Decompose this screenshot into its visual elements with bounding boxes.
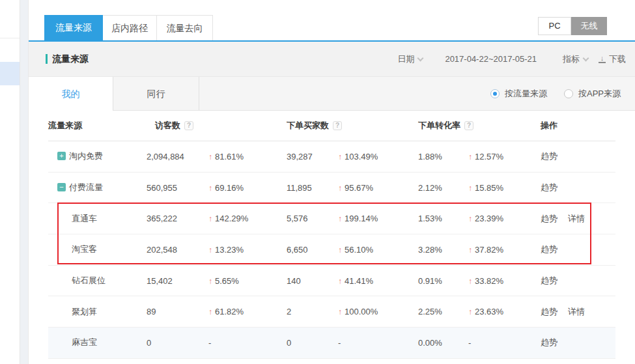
trend-link[interactable]: 趋势 bbox=[541, 151, 557, 161]
visitors-delta: 69.16% bbox=[215, 183, 244, 193]
tab-traffic-outflow[interactable]: 流量去向 bbox=[157, 15, 213, 40]
tab-peers[interactable]: 同行 bbox=[113, 77, 199, 111]
detail-link[interactable]: 详情 bbox=[568, 214, 585, 223]
trend-link[interactable]: 趋势 bbox=[541, 307, 557, 316]
radio-by-traffic-source[interactable]: 按流量来源 bbox=[490, 88, 547, 100]
tab-store-path[interactable]: 店内路径 bbox=[103, 15, 157, 40]
buyers-delta: 100.00% bbox=[345, 307, 378, 316]
up-arrow-icon: ↑ bbox=[338, 245, 342, 255]
table-row: 淘宝客 202,548 ↑13.23% 6,650 ↑56.10% 3.28% … bbox=[48, 234, 615, 266]
conversion-value: 0.91% bbox=[418, 276, 468, 286]
conversion-delta: - bbox=[468, 338, 471, 348]
trend-link[interactable]: 趋势 bbox=[541, 182, 557, 192]
date-range: 2017-04-22~2017-05-21 bbox=[445, 54, 537, 64]
up-arrow-icon: ↑ bbox=[208, 214, 212, 223]
left-sidebar bbox=[0, 0, 20, 364]
conversion-value: 2.25% bbox=[418, 307, 468, 316]
header-source: 流量来源 bbox=[48, 120, 147, 132]
buyers-value: 6,650 bbox=[287, 245, 338, 255]
up-arrow-icon: ↑ bbox=[468, 245, 472, 255]
visitors-value: 89 bbox=[147, 307, 208, 316]
table-row: 聚划算 89 ↑61.82% 2 ↑100.00% 2.25% ↑23.63% … bbox=[48, 296, 615, 328]
conversion-value: 1.53% bbox=[418, 214, 468, 223]
buyers-delta: 199.14% bbox=[345, 214, 378, 223]
help-icon[interactable]: ? bbox=[464, 121, 473, 130]
date-dropdown[interactable]: 日期 bbox=[397, 53, 423, 65]
header-actions: 操作 bbox=[541, 120, 615, 132]
up-arrow-icon: ↑ bbox=[338, 152, 342, 161]
conversion-delta: 37.82% bbox=[475, 245, 503, 255]
table-row: 钻石展位 15,402 ↑5.65% 140 ↑41.41% 0.91% ↑33… bbox=[48, 266, 615, 297]
traffic-table: 流量来源 访客数? 下单买家数? 下单转化率? 操作 +淘内免费 2,094,8… bbox=[48, 111, 615, 359]
pc-button[interactable]: PC bbox=[538, 17, 571, 35]
tab-traffic-source[interactable]: 流量来源 bbox=[44, 15, 103, 40]
help-icon[interactable]: ? bbox=[184, 121, 193, 130]
up-arrow-icon: ↑ bbox=[208, 152, 212, 161]
trend-link[interactable]: 趋势 bbox=[541, 244, 557, 254]
visitors-value: 560,955 bbox=[147, 183, 208, 193]
up-arrow-icon: ↑ bbox=[468, 214, 472, 223]
buyers-delta: 95.67% bbox=[345, 183, 373, 193]
trend-link[interactable]: 趋势 bbox=[541, 337, 557, 347]
source-name: 淘宝客 bbox=[48, 244, 147, 255]
header-conversion: 下单转化率? bbox=[418, 120, 541, 132]
download-button[interactable]: ↓ 下载 bbox=[599, 53, 626, 65]
table-row: −付费流量 560,955 ↑69.16% 11,895 ↑95.67% 2.1… bbox=[48, 173, 615, 204]
page-title: 流量来源 bbox=[52, 53, 89, 65]
radio-label: 按流量来源 bbox=[505, 88, 547, 100]
table-row: 直通车 365,222 ↑142.29% 5,576 ↑199.14% 1.53… bbox=[48, 203, 615, 234]
buyers-value: 11,895 bbox=[287, 183, 338, 193]
metrics-dropdown[interactable]: 指标 bbox=[563, 53, 588, 65]
collapse-icon[interactable]: − bbox=[57, 183, 66, 191]
detail-link[interactable]: 详情 bbox=[568, 307, 585, 316]
buyers-value: 140 bbox=[287, 276, 338, 286]
sidebar-gap-strip bbox=[20, 0, 29, 364]
conversion-value: 3.28% bbox=[418, 245, 468, 255]
radio-icon bbox=[490, 89, 500, 98]
source-name: 直通车 bbox=[48, 213, 147, 225]
trend-link[interactable]: 趋势 bbox=[541, 275, 557, 285]
source-name: 麻吉宝 bbox=[48, 337, 147, 348]
source-name: 淘内免费 bbox=[69, 151, 103, 161]
visitors-value: 202,548 bbox=[147, 245, 208, 255]
conversion-delta: 23.39% bbox=[475, 214, 503, 223]
radio-by-app-source[interactable]: 按APP来源 bbox=[564, 88, 621, 100]
wireless-button[interactable]: 无线 bbox=[571, 17, 607, 35]
visitors-value: 0 bbox=[147, 338, 208, 348]
up-arrow-icon: ↑ bbox=[338, 214, 342, 223]
help-icon[interactable]: ? bbox=[333, 121, 342, 130]
up-arrow-icon: ↑ bbox=[338, 307, 342, 316]
expand-icon[interactable]: + bbox=[57, 152, 66, 160]
up-arrow-icon: ↑ bbox=[468, 184, 472, 193]
device-toggle: PC 无线 bbox=[538, 17, 607, 35]
buyers-delta: - bbox=[338, 338, 341, 348]
download-label: 下载 bbox=[609, 53, 626, 65]
conversion-delta: 23.63% bbox=[475, 307, 503, 316]
buyers-value: 0 bbox=[287, 338, 338, 348]
tab-mine[interactable]: 我的 bbox=[29, 77, 113, 111]
visitors-value: 2,094,884 bbox=[147, 152, 208, 161]
header-visitors: 访客数? bbox=[147, 120, 208, 132]
up-arrow-icon: ↑ bbox=[468, 152, 472, 161]
source-name: 付费流量 bbox=[69, 182, 103, 192]
title-marker bbox=[46, 54, 48, 64]
conversion-value: 2.12% bbox=[418, 183, 468, 193]
table-row: 麻吉宝 0 - 0 - 0.00% - 趋势 bbox=[48, 328, 615, 359]
buyers-delta: 103.49% bbox=[345, 152, 378, 161]
buyers-delta: 41.41% bbox=[345, 276, 373, 286]
up-arrow-icon: ↑ bbox=[338, 184, 342, 193]
metrics-dropdown-label: 指标 bbox=[563, 53, 580, 65]
visitors-value: 15,402 bbox=[147, 276, 208, 286]
section-title-group: 流量来源 bbox=[46, 53, 89, 65]
conversion-delta: 12.57% bbox=[475, 152, 503, 161]
visitors-delta: 13.23% bbox=[215, 245, 244, 255]
source-name: 聚划算 bbox=[48, 306, 147, 318]
chevron-down-icon bbox=[417, 55, 424, 61]
conversion-delta: 15.85% bbox=[475, 183, 503, 193]
trend-link[interactable]: 趋势 bbox=[541, 214, 557, 223]
radio-label: 按APP来源 bbox=[578, 88, 621, 100]
sidebar-selected-item[interactable] bbox=[0, 62, 20, 85]
sidebar-divider bbox=[0, 38, 20, 38]
section-toolbar: 流量来源 日期 2017-04-22~2017-05-21 指标 ↓ bbox=[29, 42, 635, 76]
header-buyers: 下单买家数? bbox=[287, 120, 418, 132]
